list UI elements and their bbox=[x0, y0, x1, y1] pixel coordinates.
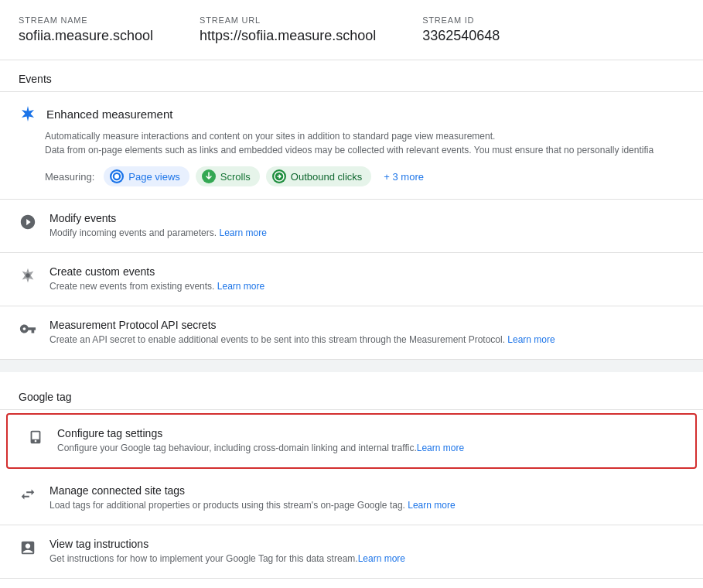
chip-page-views-label: Page views bbox=[128, 171, 179, 183]
chip-outbound-clicks-label: Outbound clicks bbox=[291, 171, 363, 183]
create-events-desc: Create new events from existing events. … bbox=[49, 279, 684, 293]
chip-scrolls-label: Scrolls bbox=[220, 171, 251, 183]
create-events-title: Create custom events bbox=[49, 265, 684, 278]
stream-id-label: STREAM ID bbox=[422, 15, 500, 25]
chip-page-views[interactable]: Page views bbox=[104, 166, 189, 186]
google-tag-divider bbox=[0, 409, 703, 410]
stream-id-value: 3362540648 bbox=[422, 28, 500, 43]
measurement-protocol-icon bbox=[19, 320, 37, 337]
page-views-icon bbox=[110, 169, 124, 183]
configure-tag-icon bbox=[26, 429, 45, 446]
modify-events-title: Modify events bbox=[49, 212, 684, 224]
list-item-create-events[interactable]: Create custom events Create new events f… bbox=[0, 253, 703, 306]
configure-tag-title: Configure tag settings bbox=[57, 427, 677, 439]
section-spacer bbox=[0, 360, 703, 372]
enhanced-header: Enhanced measurement bbox=[19, 104, 684, 123]
list-item-manage-connected[interactable]: Manage connected site tags Load tags for… bbox=[0, 472, 703, 525]
manage-connected-icon bbox=[19, 486, 37, 503]
chip-outbound-clicks[interactable]: Outbound clicks bbox=[266, 166, 372, 186]
view-instructions-learn-more[interactable]: Learn more bbox=[358, 553, 405, 564]
svg-point-0 bbox=[114, 174, 119, 179]
stream-header: STREAM NAME sofiia.measure.school STREAM… bbox=[0, 0, 703, 60]
list-item-modify-events[interactable]: Modify events Modify incoming events and… bbox=[0, 200, 703, 253]
stream-name-value: sofiia.measure.school bbox=[19, 28, 153, 43]
google-tag-section: Google tag Configure tag settings Config… bbox=[0, 372, 703, 579]
stream-url-field: STREAM URL https://sofiia.measure.school bbox=[200, 15, 376, 44]
modify-events-learn-more[interactable]: Learn more bbox=[219, 227, 266, 238]
manage-connected-title: Manage connected site tags bbox=[49, 484, 684, 497]
stream-name-field: STREAM NAME sofiia.measure.school bbox=[19, 15, 153, 44]
manage-connected-desc: Load tags for additional properties or p… bbox=[49, 498, 684, 512]
view-instructions-title: View tag instructions bbox=[49, 538, 684, 550]
chip-scrolls[interactable]: Scrolls bbox=[196, 166, 260, 186]
list-item-configure-tag[interactable]: Configure tag settings Configure your Go… bbox=[8, 415, 695, 467]
google-tag-section-title: Google tag bbox=[0, 378, 703, 409]
stream-id-field: STREAM ID 3362540648 bbox=[422, 15, 500, 44]
enhanced-measurement-block: Enhanced measurement Automatically measu… bbox=[0, 92, 703, 200]
manage-connected-content: Manage connected site tags Load tags for… bbox=[49, 484, 684, 512]
measurement-protocol-learn-more[interactable]: Learn more bbox=[507, 334, 555, 345]
list-item-measurement-protocol[interactable]: Measurement Protocol API secrets Create … bbox=[0, 306, 703, 360]
create-events-icon bbox=[19, 267, 37, 284]
outbound-clicks-icon bbox=[272, 169, 286, 183]
events-section: Events Enhanced measurement Automaticall… bbox=[0, 60, 703, 360]
view-instructions-content: View tag instructions Get instructions f… bbox=[49, 538, 684, 566]
measuring-label: Measuring: bbox=[45, 171, 94, 183]
stream-url-value: https://sofiia.measure.school bbox=[200, 28, 376, 43]
measurement-protocol-desc: Create an API secret to enable additiona… bbox=[49, 333, 684, 347]
chip-more[interactable]: + 3 more bbox=[377, 168, 430, 186]
enhanced-measurement-icon bbox=[19, 104, 37, 123]
view-instructions-icon bbox=[19, 539, 37, 556]
create-events-learn-more[interactable]: Learn more bbox=[217, 281, 264, 292]
modify-events-desc: Modify incoming events and parameters. L… bbox=[49, 226, 684, 240]
configure-tag-desc: Configure your Google tag behaviour, inc… bbox=[57, 441, 677, 455]
modify-events-content: Modify events Modify incoming events and… bbox=[49, 212, 684, 240]
list-item-view-instructions[interactable]: View tag instructions Get instructions f… bbox=[0, 525, 703, 579]
measurement-protocol-title: Measurement Protocol API secrets bbox=[49, 319, 684, 331]
modify-events-icon bbox=[19, 214, 37, 231]
configure-tag-content: Configure tag settings Configure your Go… bbox=[57, 427, 677, 455]
enhanced-desc: Automatically measure interactions and c… bbox=[19, 129, 684, 157]
create-events-content: Create custom events Create new events f… bbox=[49, 265, 684, 293]
events-section-title: Events bbox=[0, 60, 703, 91]
manage-connected-learn-more[interactable]: Learn more bbox=[408, 500, 455, 511]
enhanced-title: Enhanced measurement bbox=[46, 108, 172, 121]
stream-name-label: STREAM NAME bbox=[19, 15, 153, 25]
configure-tag-learn-more[interactable]: Learn more bbox=[417, 443, 464, 453]
view-instructions-desc: Get instructions for how to implement yo… bbox=[49, 552, 684, 566]
measuring-row: Measuring: Page views Scrolls bbox=[19, 166, 684, 186]
measurement-protocol-content: Measurement Protocol API secrets Create … bbox=[49, 319, 684, 347]
stream-url-label: STREAM URL bbox=[200, 15, 376, 25]
scrolls-icon bbox=[202, 169, 216, 183]
